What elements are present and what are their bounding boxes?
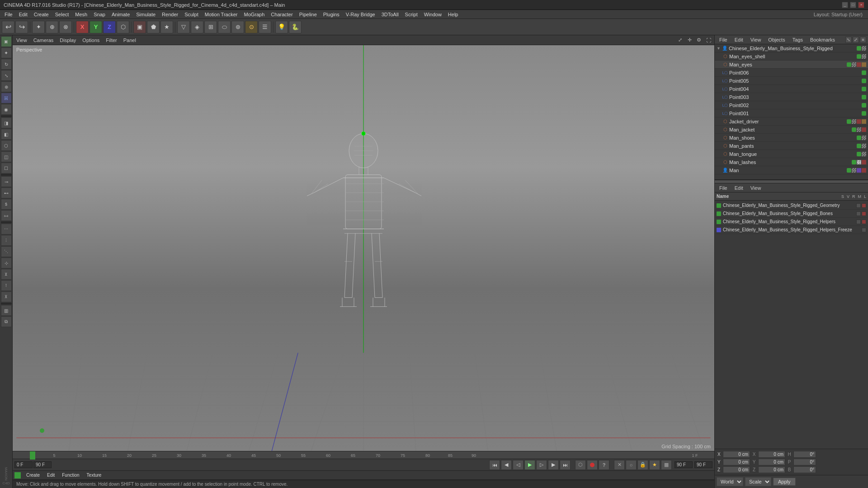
- toolbar-x-axis[interactable]: X: [76, 21, 89, 33]
- tl-goto-end[interactable]: ⏭: [560, 460, 571, 470]
- obj-vis-point005[interactable]: [862, 79, 866, 83]
- left-tool-6[interactable]: ☵: [1, 93, 12, 103]
- sub-menu-function[interactable]: Function: [59, 472, 82, 479]
- apply-button[interactable]: Apply: [773, 478, 796, 486]
- coord-b-val[interactable]: [793, 466, 816, 473]
- om-tab-bookmarks[interactable]: Bookmarks: [807, 36, 838, 43]
- menu-animate[interactable]: Animate: [109, 11, 132, 18]
- left-tool-17[interactable]: ⋯: [1, 224, 12, 235]
- tl-goto-start[interactable]: ⏮: [489, 460, 500, 470]
- viewport[interactable]: View Cameras Display Options Filter Pane…: [13, 35, 714, 451]
- obj-tag-man[interactable]: [857, 168, 861, 173]
- left-tool-16[interactable]: ⧟: [1, 210, 12, 221]
- toolbar-obj7[interactable]: ☰: [259, 21, 271, 33]
- left-tool-move[interactable]: ✦: [1, 47, 12, 58]
- obj-vis-point001[interactable]: [862, 111, 866, 116]
- toolbar-redo[interactable]: ↪: [15, 21, 28, 33]
- vp-menu-options[interactable]: Options: [80, 37, 101, 44]
- left-tool-19[interactable]: ⋱: [1, 246, 12, 257]
- om-tab-objects[interactable]: Objects: [765, 36, 788, 43]
- tl-icon-star[interactable]: ★: [649, 460, 660, 470]
- om-icon-2[interactable]: ⤢: [853, 37, 859, 43]
- tl-next-frame[interactable]: ▶: [548, 460, 559, 470]
- left-tool-15[interactable]: $: [1, 199, 12, 210]
- menu-motion-tracker[interactable]: Motion Tracker: [202, 11, 241, 18]
- left-tool-8[interactable]: ◨: [1, 117, 12, 128]
- obj-vis-point006[interactable]: [862, 70, 866, 75]
- left-tool-13[interactable]: ⊸: [1, 176, 12, 187]
- obj-row-point001[interactable]: L⬡ Point001: [715, 109, 868, 117]
- toolbar-scale[interactable]: ⊕: [46, 21, 58, 33]
- toolbar-obj3[interactable]: ⊞: [204, 21, 217, 33]
- menu-mograph[interactable]: MoGraph: [241, 11, 267, 18]
- current-frame-display[interactable]: 0 F: [14, 461, 33, 468]
- om-tab-tags[interactable]: Tags: [790, 36, 806, 43]
- toolbar-y-axis[interactable]: Y: [90, 21, 102, 33]
- vp-icon-settings[interactable]: ⚙: [695, 36, 703, 44]
- obj-edit-shoes[interactable]: [862, 136, 866, 140]
- tl-record-red[interactable]: [587, 460, 598, 470]
- obj-row-root[interactable]: ▼ 👤 Chinese_Elderly_Man_Business_Style_R…: [715, 44, 868, 52]
- obj-row-tongue[interactable]: ⬡ Man_tongue: [715, 150, 868, 158]
- scale-select[interactable]: Scale: [745, 477, 771, 486]
- obj-tag2-jacket-driver[interactable]: [862, 119, 866, 124]
- coord-p-val[interactable]: [793, 459, 816, 465]
- om-tab-file[interactable]: File: [717, 36, 730, 43]
- tl-icon-cross[interactable]: ✕: [614, 460, 625, 470]
- am-ctrl-freeze-1[interactable]: [862, 228, 866, 232]
- vp-icon-plus[interactable]: ✛: [685, 36, 693, 44]
- am-row-bones[interactable]: Chinese_Elderly_Man_Business_Style_Rigge…: [716, 210, 867, 218]
- toolbar-obj4[interactable]: ⬭: [218, 21, 231, 33]
- vp-menu-cameras[interactable]: Cameras: [32, 37, 56, 44]
- am-row-geometry[interactable]: Chinese_Elderly_Man_Business_Style_Rigge…: [716, 202, 867, 210]
- obj-row-point004[interactable]: L⬡ Point004: [715, 85, 868, 93]
- obj-edit-eyes-shell[interactable]: [862, 54, 866, 59]
- toolbar-z-axis[interactable]: Z: [103, 21, 116, 33]
- obj-vis-jacket-driver[interactable]: [847, 119, 851, 124]
- menu-plugins[interactable]: Plugins: [321, 11, 342, 18]
- obj-row-man[interactable]: 👤 Man: [715, 166, 868, 174]
- obj-row-eyes-shell[interactable]: ⬡ Man_eyes_shell: [715, 52, 868, 61]
- coord-z-pos[interactable]: [723, 466, 750, 473]
- left-tool-14[interactable]: ⊷: [1, 188, 12, 198]
- om-tab-view[interactable]: View: [748, 36, 764, 43]
- am-ctrl-bones-1[interactable]: [856, 211, 861, 216]
- toolbar-obj2[interactable]: ◈: [191, 21, 203, 33]
- obj-tag-jacket-driver[interactable]: [857, 119, 861, 124]
- menu-render[interactable]: Render: [159, 11, 181, 18]
- coord-y-rot[interactable]: [758, 459, 785, 465]
- obj-vis-point004[interactable]: [862, 87, 866, 91]
- am-row-helpers[interactable]: Chinese_Elderly_Man_Business_Style_Rigge…: [716, 218, 867, 226]
- menu-snap[interactable]: Snap: [91, 11, 108, 18]
- obj-row-pants[interactable]: ⬡ Man_pants: [715, 142, 868, 150]
- coord-h-val[interactable]: [793, 451, 816, 458]
- obj-edit-pants[interactable]: [862, 144, 866, 148]
- obj-edit-eyes[interactable]: [852, 62, 856, 67]
- menu-simulate[interactable]: Simulate: [133, 11, 158, 18]
- obj-tag-lashes[interactable]: [862, 160, 866, 164]
- toolbar-python[interactable]: 🐍: [289, 21, 302, 33]
- left-tool-23[interactable]: ⊼: [1, 291, 12, 302]
- am-tab-view[interactable]: View: [748, 184, 764, 192]
- vp-menu-filter[interactable]: Filter: [104, 37, 118, 44]
- obj-vis-eyes-shell[interactable]: [857, 54, 861, 59]
- toolbar-render-region[interactable]: ▣: [133, 21, 146, 33]
- menu-character[interactable]: Character: [268, 11, 295, 18]
- am-row-helpers-freeze[interactable]: Chinese_Elderly_Man_Business_Style_Rigge…: [716, 226, 867, 234]
- vp-icon-fullscreen[interactable]: ⛶: [704, 36, 712, 44]
- left-tool-7[interactable]: ◉: [1, 104, 12, 115]
- frame-ruler[interactable]: 0 5 10 15 20 25 30 35 40 45 50 55 60 65 …: [13, 451, 714, 459]
- fps-display-2[interactable]: 90 F: [675, 461, 693, 468]
- left-tool-25[interactable]: ⧉: [1, 316, 12, 327]
- toolbar-rotate[interactable]: ⊗: [59, 21, 72, 33]
- obj-vis-eyes[interactable]: [847, 62, 851, 67]
- am-ctrl-helpers-1[interactable]: [856, 220, 861, 224]
- toolbar-render-all[interactable]: ★: [160, 21, 173, 33]
- vp-icon-move[interactable]: ⤢: [676, 36, 684, 44]
- obj-row-point002[interactable]: L⬡ Point002: [715, 101, 868, 109]
- tl-icon-grid[interactable]: ▦: [661, 460, 672, 470]
- left-tool-5[interactable]: ⊕: [1, 81, 12, 92]
- world-select[interactable]: World: [717, 477, 743, 486]
- left-tool-22[interactable]: ⊺: [1, 280, 12, 291]
- obj-vis-man[interactable]: [847, 168, 851, 173]
